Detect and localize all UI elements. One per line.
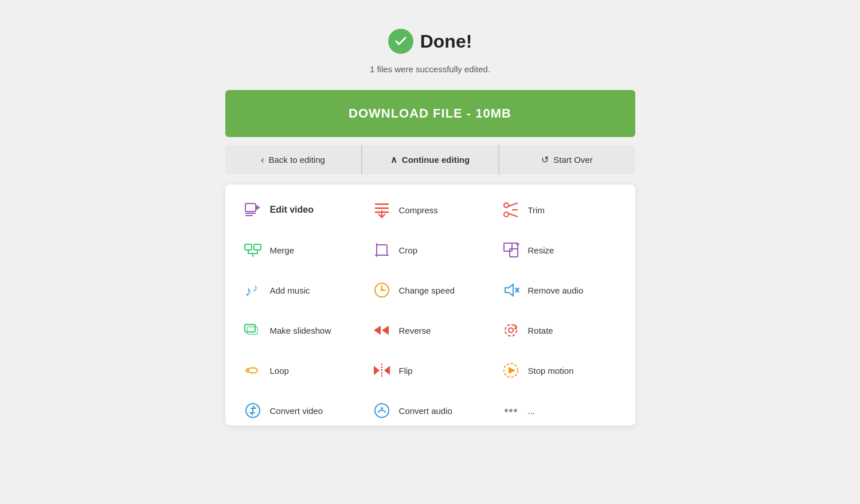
compress-icon [372,200,392,220]
svg-marker-35 [384,366,390,375]
svg-rect-29 [247,327,257,334]
convert-video-icon [243,400,263,421]
svg-rect-12 [245,244,252,250]
svg-line-9 [508,203,518,206]
reverse-label: Reverse [399,326,431,335]
svg-point-42 [381,407,383,409]
tools-grid: Edit video Compress [237,190,624,425]
tools-panel: Edit video Compress [225,185,635,425]
resize-label: Resize [528,245,554,255]
make-slideshow-label: Make slideshow [270,326,331,335]
svg-text:♪: ♪ [253,282,258,294]
tool-convert-audio[interactable]: Convert audio [366,391,495,425]
done-title: Done! [420,31,472,52]
tool-loop[interactable]: Loop [237,351,366,390]
success-icon [388,29,413,54]
svg-rect-18 [504,243,512,251]
convert-audio-icon [372,400,392,421]
merge-icon [243,240,263,260]
tool-add-music[interactable]: ♪ ♪ Add music [237,271,366,310]
tool-compress[interactable]: Compress [366,190,495,229]
tool-trim[interactable]: Trim [495,190,624,229]
svg-point-32 [505,325,517,336]
more-label: ... [528,406,535,416]
change-speed-icon [372,280,392,300]
svg-rect-13 [254,244,261,250]
change-speed-label: Change speed [399,286,455,295]
svg-marker-30 [374,326,381,335]
trim-label: Trim [528,205,545,215]
continue-icon: ∧ [390,154,397,165]
remove-audio-icon [501,280,521,300]
svg-point-45 [514,409,517,412]
remove-audio-label: Remove audio [528,286,584,295]
tool-reverse[interactable]: Reverse [366,311,495,350]
reverse-icon [372,320,392,341]
tool-more[interactable]: ... [495,391,624,425]
flip-label: Flip [399,366,413,376]
continue-editing-label: Continue editing [402,155,470,165]
rotate-icon [501,320,521,341]
resize-icon [501,240,521,260]
action-buttons: ‹ Back to editing ∧ Continue editing ↺ S… [225,145,635,174]
trim-icon [501,200,521,220]
crop-label: Crop [399,245,418,255]
tool-change-speed[interactable]: Change speed [366,271,495,310]
svg-marker-38 [509,367,515,374]
svg-point-8 [504,203,509,208]
tool-crop[interactable]: Crop [366,230,495,269]
tool-rotate[interactable]: Rotate [495,311,624,350]
svg-point-33 [509,328,513,333]
svg-text:♪: ♪ [245,283,252,299]
rotate-label: Rotate [528,326,553,335]
tool-flip[interactable]: Flip [366,351,495,390]
tool-merge[interactable]: Merge [237,230,366,269]
edit-video-label: Edit video [270,205,314,215]
tool-resize[interactable]: Resize [495,230,624,269]
edit-video-icon [243,200,263,220]
tool-edit-video[interactable]: Edit video [237,190,366,229]
make-slideshow-icon [243,320,263,341]
compress-label: Compress [399,205,438,215]
svg-marker-1 [256,205,260,210]
svg-point-25 [381,289,383,291]
tool-make-slideshow[interactable]: Make slideshow [237,311,366,350]
svg-rect-19 [510,249,518,257]
convert-audio-label: Convert audio [399,406,452,416]
svg-marker-31 [382,326,389,335]
svg-rect-15 [377,245,387,255]
add-music-label: Add music [270,286,310,295]
merge-label: Merge [270,245,295,255]
start-over-icon: ↺ [541,154,549,165]
continue-editing-button[interactable]: ∧ Continue editing [362,145,499,174]
svg-line-10 [508,213,518,217]
add-music-icon: ♪ ♪ [243,280,263,300]
done-header: Done! [388,29,472,54]
more-icon [501,400,521,421]
start-over-label: Start Over [553,155,592,165]
back-to-editing-label: Back to editing [268,155,325,165]
tool-remove-audio[interactable]: Remove audio [495,271,624,310]
flip-icon [372,360,392,381]
subtitle: 1 files were successfully edited. [370,64,490,74]
stop-motion-label: Stop motion [528,366,574,376]
svg-point-7 [504,212,509,217]
svg-rect-0 [245,204,256,212]
back-to-editing-button[interactable]: ‹ Back to editing [225,145,362,174]
stop-motion-icon [501,360,521,381]
svg-rect-28 [245,325,255,332]
svg-marker-34 [374,366,380,375]
tools-scroll[interactable]: Edit video Compress [225,185,635,425]
start-over-button[interactable]: ↺ Start Over [499,145,635,174]
loop-label: Loop [270,366,289,376]
convert-video-label: Convert video [270,406,323,416]
svg-point-43 [505,409,508,412]
download-button[interactable]: DOWNLOAD FILE - 10MB [225,90,635,137]
back-icon: ‹ [261,155,264,165]
tool-convert-video[interactable]: Convert video [237,391,366,425]
svg-point-44 [509,409,513,412]
crop-icon [372,240,392,260]
loop-icon [243,360,263,381]
tool-stop-motion[interactable]: Stop motion [495,351,624,390]
